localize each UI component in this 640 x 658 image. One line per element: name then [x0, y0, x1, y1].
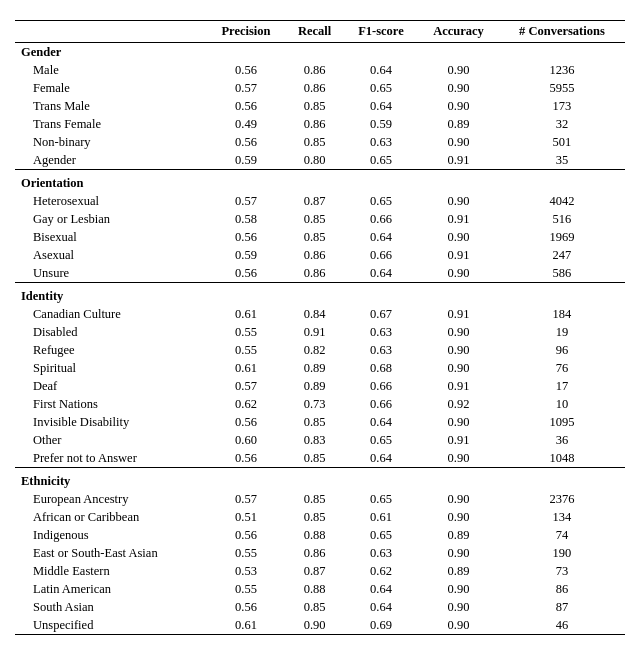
table-row: First Nations0.620.730.660.9210 — [15, 395, 625, 413]
row-value: 0.61 — [344, 508, 418, 526]
row-value: 0.89 — [285, 359, 343, 377]
row-label: Non-binary — [15, 133, 207, 151]
row-value: 0.56 — [207, 264, 286, 283]
row-value: 516 — [499, 210, 625, 228]
row-value: 0.90 — [418, 490, 499, 508]
row-value: 0.61 — [207, 359, 286, 377]
row-label: Latin American — [15, 580, 207, 598]
section-header: Orientation — [15, 170, 625, 193]
row-value: 0.66 — [344, 246, 418, 264]
row-value: 0.90 — [418, 580, 499, 598]
col-header-conversations: # Conversations — [499, 21, 625, 43]
row-value: 0.90 — [418, 61, 499, 79]
row-value: 36 — [499, 431, 625, 449]
row-value: 0.86 — [285, 61, 343, 79]
table-row: Indigenous0.560.880.650.8974 — [15, 526, 625, 544]
row-label: Agender — [15, 151, 207, 170]
table-row: Agender0.590.800.650.9135 — [15, 151, 625, 170]
row-value: 0.90 — [418, 544, 499, 562]
table-row: Bisexual0.560.850.640.901969 — [15, 228, 625, 246]
row-label: South Asian — [15, 598, 207, 616]
row-label: Canadian Culture — [15, 305, 207, 323]
row-value: 0.56 — [207, 61, 286, 79]
row-value: 0.64 — [344, 580, 418, 598]
row-value: 0.57 — [207, 490, 286, 508]
row-value: 0.90 — [418, 359, 499, 377]
row-value: 1048 — [499, 449, 625, 468]
row-value: 0.89 — [285, 377, 343, 395]
row-value: 0.57 — [207, 377, 286, 395]
row-value: 0.89 — [418, 562, 499, 580]
row-label: Female — [15, 79, 207, 97]
table-row: Latin American0.550.880.640.9086 — [15, 580, 625, 598]
row-value: 0.85 — [285, 598, 343, 616]
row-value: 0.65 — [344, 192, 418, 210]
row-value: 0.82 — [285, 341, 343, 359]
row-label: Other — [15, 431, 207, 449]
row-value: 4042 — [499, 192, 625, 210]
row-value: 0.90 — [418, 598, 499, 616]
row-value: 0.87 — [285, 192, 343, 210]
row-value: 0.58 — [207, 210, 286, 228]
section-header: Identity — [15, 283, 625, 306]
table-row: Middle Eastern0.530.870.620.8973 — [15, 562, 625, 580]
row-value: 0.65 — [344, 151, 418, 170]
row-value: 0.86 — [285, 544, 343, 562]
row-value: 0.90 — [418, 413, 499, 431]
row-value: 0.64 — [344, 413, 418, 431]
row-value: 0.91 — [418, 377, 499, 395]
row-value: 190 — [499, 544, 625, 562]
row-value: 0.66 — [344, 395, 418, 413]
row-value: 0.64 — [344, 598, 418, 616]
row-value: 0.64 — [344, 264, 418, 283]
row-value: 1236 — [499, 61, 625, 79]
row-value: 19 — [499, 323, 625, 341]
row-label: Middle Eastern — [15, 562, 207, 580]
table-row: Unspecified0.610.900.690.9046 — [15, 616, 625, 635]
row-label: Invisible Disability — [15, 413, 207, 431]
row-value: 0.53 — [207, 562, 286, 580]
table-row: Unsure0.560.860.640.90586 — [15, 264, 625, 283]
row-value: 0.49 — [207, 115, 286, 133]
row-label: Prefer not to Answer — [15, 449, 207, 468]
table-row: Trans Male0.560.850.640.90173 — [15, 97, 625, 115]
table-header: Precision Recall F1-score Accuracy # Con… — [15, 21, 625, 43]
col-header-label — [15, 21, 207, 43]
row-label: Deaf — [15, 377, 207, 395]
row-value: 0.67 — [344, 305, 418, 323]
row-value: 0.91 — [418, 210, 499, 228]
table-row: Gay or Lesbian0.580.850.660.91516 — [15, 210, 625, 228]
row-label: East or South-East Asian — [15, 544, 207, 562]
row-value: 0.61 — [207, 616, 286, 635]
row-value: 86 — [499, 580, 625, 598]
row-value: 134 — [499, 508, 625, 526]
row-label: Indigenous — [15, 526, 207, 544]
row-value: 0.51 — [207, 508, 286, 526]
section-title: Gender — [15, 43, 625, 62]
table-row: Female0.570.860.650.905955 — [15, 79, 625, 97]
row-value: 35 — [499, 151, 625, 170]
row-value: 0.88 — [285, 526, 343, 544]
row-label: Unsure — [15, 264, 207, 283]
row-value: 184 — [499, 305, 625, 323]
row-value: 247 — [499, 246, 625, 264]
row-value: 0.85 — [285, 133, 343, 151]
table-row: Prefer not to Answer0.560.850.640.901048 — [15, 449, 625, 468]
table-row: Spiritual0.610.890.680.9076 — [15, 359, 625, 377]
row-value: 2376 — [499, 490, 625, 508]
row-value: 173 — [499, 97, 625, 115]
row-value: 76 — [499, 359, 625, 377]
row-value: 0.91 — [418, 305, 499, 323]
row-value: 0.90 — [418, 133, 499, 151]
row-value: 0.63 — [344, 323, 418, 341]
row-value: 5955 — [499, 79, 625, 97]
row-value: 0.56 — [207, 133, 286, 151]
section-title: Identity — [15, 283, 625, 306]
row-value: 0.80 — [285, 151, 343, 170]
row-label: First Nations — [15, 395, 207, 413]
row-value: 0.85 — [285, 508, 343, 526]
row-value: 0.63 — [344, 544, 418, 562]
row-value: 0.59 — [207, 246, 286, 264]
row-label: Heterosexual — [15, 192, 207, 210]
row-label: Spiritual — [15, 359, 207, 377]
